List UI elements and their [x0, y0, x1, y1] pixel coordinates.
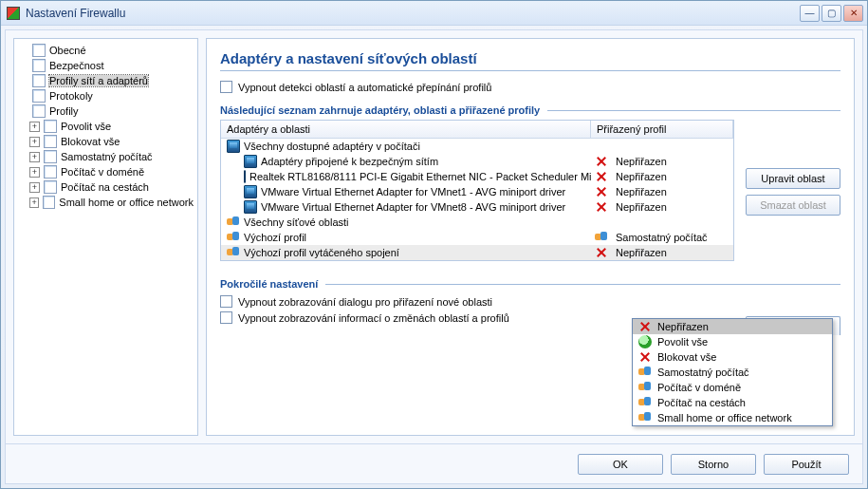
sidebar-item-label: Počítač na cestách — [61, 181, 149, 193]
adapter-label: VMware Virtual Ethernet Adapter for VMne… — [261, 186, 565, 197]
col-profile[interactable]: Přiřazený profil — [591, 121, 733, 138]
disable-dialog-checkbox[interactable] — [220, 295, 232, 308]
disable-info-label: Vypnout zobrazování informací o změnách … — [238, 312, 509, 324]
page-icon — [43, 196, 55, 209]
profile-option[interactable]: Počítač v doméně — [633, 380, 832, 395]
table-row[interactable]: Všechny síťové oblasti — [221, 215, 733, 230]
adapter-label: Všechny síťové oblasti — [244, 216, 349, 228]
profile-option[interactable]: Samostatný počítač — [633, 365, 832, 380]
app-icon — [7, 7, 20, 20]
sidebar-item-2[interactable]: Profily sítí a adaptérů — [16, 73, 195, 88]
titlebar[interactable]: Nastavení Firewallu — ▢ ✕ — [1, 1, 867, 26]
expander-icon[interactable]: + — [29, 182, 40, 193]
profile-option[interactable]: Blokovat vše — [633, 349, 832, 365]
redx-icon — [595, 185, 608, 198]
sidebar-item-label: Profily — [49, 105, 79, 117]
disable-detection-checkbox[interactable] — [220, 81, 232, 93]
sidebar-item-label: Profily sítí a adaptérů — [49, 75, 148, 86]
disable-detection-label: Vypnout detekci oblastí a automatické př… — [238, 82, 491, 93]
sidebar-item-label: Počítač v doméně — [61, 166, 144, 178]
page-title: Adaptéry a nastavení síťových oblastí — [220, 50, 840, 71]
sidebar-item-7[interactable]: +Samostatný počítač — [28, 149, 195, 164]
sidebar-item-8[interactable]: +Počítač v doméně — [28, 164, 195, 179]
people-icon — [638, 381, 652, 394]
sidebar-tree[interactable]: ObecnéBezpečnostProfily sítí a adaptérůP… — [13, 38, 198, 436]
table-row[interactable]: Výchozí profilSamostatný počítač — [221, 230, 733, 245]
people-icon — [638, 411, 652, 424]
table-row[interactable]: Všechny dostupné adaptéry v počítači — [221, 139, 733, 154]
table-row[interactable]: VMware Virtual Ethernet Adapter for VMne… — [221, 184, 733, 199]
profile-label: Nepřiřazen — [616, 156, 667, 167]
ok-button[interactable]: OK — [578, 454, 663, 475]
profile-option[interactable]: Povolit vše — [633, 334, 832, 349]
profile-option-label: Nepřiřazen — [657, 321, 709, 332]
profile-label: Nepřiřazen — [616, 201, 667, 213]
expander-icon[interactable]: + — [29, 122, 40, 132]
sidebar-item-6[interactable]: +Blokovat vše — [28, 134, 195, 149]
edit-area-button[interactable]: Upravit oblast — [746, 168, 840, 189]
sidebar-item-label: Small home or office network — [59, 197, 194, 208]
dialog-footer: OK Storno Použít — [6, 443, 862, 483]
expander-icon[interactable]: + — [29, 197, 39, 208]
sidebar-item-9[interactable]: +Počítač na cestách — [28, 179, 195, 195]
page-icon — [32, 59, 46, 72]
table-row[interactable]: Adaptéry připojené k bezpečným sítímNepř… — [221, 154, 733, 169]
disable-dialog-label: Vypnout zobrazování dialogu pro přiřazen… — [238, 296, 492, 308]
apply-button[interactable]: Použít — [764, 454, 849, 475]
profile-option[interactable]: Počítač na cestách — [633, 395, 832, 410]
monitor-icon — [244, 170, 246, 183]
minimize-button[interactable]: — — [800, 5, 820, 22]
green-icon — [638, 335, 652, 348]
page-icon — [44, 180, 57, 194]
redx-icon — [595, 155, 608, 168]
page-icon — [32, 104, 46, 118]
people-icon — [595, 231, 608, 244]
page-icon — [32, 44, 46, 57]
monitor-icon — [244, 200, 257, 214]
profile-label: Nepřiřazen — [616, 171, 667, 182]
adapter-label: Adaptéry připojené k bezpečným sítím — [261, 156, 438, 167]
expander-icon[interactable]: + — [29, 167, 40, 178]
disable-dialog-row[interactable]: Vypnout zobrazování dialogu pro přiřazen… — [220, 293, 840, 310]
sidebar-item-label: Blokovat vše — [61, 136, 120, 147]
sidebar-item-10[interactable]: +Small home or office network — [28, 195, 195, 210]
table-header: Adaptéry a oblasti Přiřazený profil — [221, 121, 733, 139]
adapters-heading: Následující seznam zahrnuje adaptéry, ob… — [220, 104, 840, 116]
profile-option[interactable]: Nepřiřazen — [633, 319, 832, 334]
page-icon — [44, 120, 57, 133]
col-adapters[interactable]: Adaptéry a oblasti — [221, 121, 591, 138]
disable-detection-row[interactable]: Vypnout detekci oblastí a automatické př… — [220, 79, 840, 95]
sidebar-item-5[interactable]: +Povolit vše — [28, 119, 195, 134]
disable-info-checkbox[interactable] — [220, 311, 232, 324]
profile-option[interactable]: Small home or office network — [633, 410, 832, 425]
page-icon — [32, 74, 46, 87]
adapter-label: VMware Virtual Ethernet Adapter for VMne… — [261, 201, 565, 213]
adapters-table[interactable]: Adaptéry a oblasti Přiřazený profil Všec… — [220, 120, 734, 261]
people-icon — [227, 246, 240, 259]
profile-dropdown[interactable]: NepřiřazenPovolit všeBlokovat všeSamosta… — [632, 318, 833, 426]
profile-option-label: Počítač v doméně — [657, 382, 741, 393]
page-icon — [44, 150, 57, 163]
cancel-button[interactable]: Storno — [671, 454, 756, 475]
sidebar-item-0[interactable]: Obecné — [16, 43, 195, 58]
expander-icon[interactable]: + — [29, 152, 40, 162]
expander-icon[interactable]: + — [29, 137, 40, 147]
profile-option-label: Samostatný počítač — [657, 367, 749, 378]
people-icon — [227, 216, 240, 229]
table-row[interactable]: VMware Virtual Ethernet Adapter for VMne… — [221, 199, 733, 215]
maximize-button[interactable]: ▢ — [822, 5, 841, 22]
adapter-label: Výchozí profil — [244, 232, 306, 243]
monitor-icon — [244, 185, 257, 198]
redx-icon — [595, 246, 608, 259]
close-button[interactable]: ✕ — [843, 5, 863, 22]
table-row[interactable]: Výchozí profil vytáčeného spojeníNepřiřa… — [221, 245, 733, 260]
profile-option-label: Povolit vše — [657, 336, 708, 348]
delete-area-button[interactable]: Smazat oblast — [746, 195, 840, 216]
sidebar-item-4[interactable]: Profily — [16, 103, 195, 119]
sidebar-item-3[interactable]: Protokoly — [16, 88, 195, 103]
sidebar-item-label: Samostatný počítač — [61, 151, 153, 162]
sidebar-item-1[interactable]: Bezpečnost — [16, 58, 195, 73]
profile-option-label: Blokovat vše — [657, 351, 716, 363]
sidebar-item-label: Protokoly — [49, 90, 93, 102]
table-row[interactable]: Realtek RTL8168/8111 PCI-E Gigabit Ether… — [221, 169, 733, 184]
